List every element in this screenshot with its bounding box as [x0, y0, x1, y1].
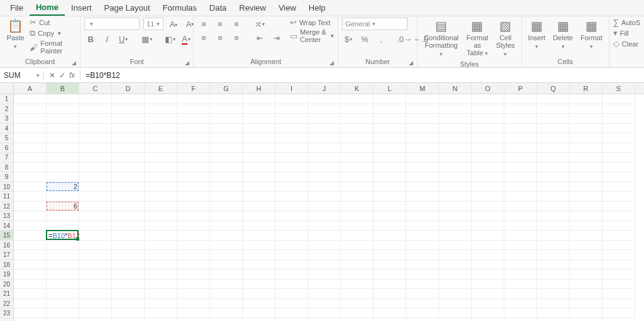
cell[interactable]	[570, 308, 602, 318]
cell[interactable]	[177, 143, 210, 153]
cell[interactable]	[14, 260, 47, 270]
delete-button[interactable]: ▦Delete	[550, 18, 575, 52]
cell[interactable]	[145, 308, 177, 318]
cell[interactable]	[537, 231, 570, 241]
cell[interactable]	[275, 143, 308, 153]
cell[interactable]	[537, 221, 570, 231]
cell[interactable]	[243, 153, 275, 163]
cell[interactable]	[341, 153, 374, 163]
cell[interactable]	[472, 104, 504, 114]
cell[interactable]	[504, 153, 537, 163]
cell[interactable]	[439, 299, 472, 309]
cell[interactable]	[275, 221, 308, 231]
cell[interactable]	[341, 280, 374, 290]
cell[interactable]	[439, 308, 472, 318]
cell[interactable]	[374, 269, 406, 280]
row-header[interactable]: 18	[0, 260, 13, 270]
cell[interactable]	[374, 299, 406, 309]
cell[interactable]	[79, 153, 112, 163]
cell[interactable]	[341, 269, 374, 280]
cell[interactable]	[243, 299, 275, 309]
cell[interactable]	[145, 172, 177, 182]
increase-decimal-button[interactable]: .0→	[398, 33, 411, 45]
cell[interactable]	[406, 299, 439, 309]
cell[interactable]	[243, 114, 275, 124]
cell[interactable]	[406, 163, 439, 173]
cell[interactable]	[47, 211, 79, 221]
cell[interactable]	[14, 124, 47, 134]
cell[interactable]	[472, 269, 504, 280]
cell[interactable]	[341, 308, 374, 318]
cell[interactable]	[504, 241, 537, 251]
col-header[interactable]: F	[177, 83, 210, 94]
cell[interactable]	[275, 94, 308, 104]
cell[interactable]	[406, 260, 439, 270]
cell[interactable]	[210, 221, 243, 231]
cell[interactable]	[79, 299, 112, 309]
cell[interactable]	[602, 163, 635, 173]
cell[interactable]	[275, 260, 308, 270]
dialog-launcher-icon[interactable]: ◢	[185, 60, 189, 66]
cell[interactable]	[47, 124, 79, 134]
cell[interactable]	[504, 289, 537, 299]
cell[interactable]	[112, 260, 145, 270]
cell[interactable]	[210, 211, 243, 221]
cell[interactable]	[47, 114, 79, 124]
cell[interactable]	[145, 269, 177, 280]
cell[interactable]	[308, 124, 341, 134]
row-header[interactable]: 8	[0, 163, 13, 173]
col-header[interactable]: O	[472, 83, 504, 94]
cell[interactable]	[112, 250, 145, 260]
cell[interactable]	[275, 133, 308, 143]
cell[interactable]	[406, 231, 439, 241]
cell[interactable]	[439, 211, 472, 221]
cell[interactable]	[243, 280, 275, 290]
cell[interactable]	[14, 192, 47, 202]
cell[interactable]	[439, 192, 472, 202]
cell[interactable]	[275, 299, 308, 309]
cell[interactable]	[79, 143, 112, 153]
cell[interactable]	[374, 211, 406, 221]
cell[interactable]	[308, 299, 341, 309]
cell[interactable]	[14, 114, 47, 124]
cell-styles-button[interactable]: ▧Cell Styles	[494, 18, 518, 59]
cell[interactable]	[570, 250, 602, 260]
cell[interactable]	[308, 289, 341, 299]
font-color-button[interactable]: A	[180, 33, 192, 45]
row-header[interactable]: 16	[0, 241, 13, 251]
cell[interactable]	[504, 124, 537, 134]
cell[interactable]	[602, 289, 635, 299]
col-header[interactable]: E	[145, 83, 177, 94]
cell[interactable]	[537, 299, 570, 309]
cell[interactable]	[341, 260, 374, 270]
cell[interactable]	[504, 104, 537, 114]
cell[interactable]	[537, 114, 570, 124]
cell[interactable]	[504, 192, 537, 202]
cell[interactable]	[537, 202, 570, 212]
cell[interactable]	[14, 299, 47, 309]
cell[interactable]	[439, 260, 472, 270]
cell[interactable]	[341, 94, 374, 104]
cell[interactable]	[570, 133, 602, 143]
cell[interactable]	[504, 280, 537, 290]
cell[interactable]	[504, 114, 537, 124]
cell[interactable]	[308, 114, 341, 124]
cell[interactable]	[308, 153, 341, 163]
cell[interactable]: 2	[47, 182, 79, 192]
enter-icon[interactable]: ✓	[59, 71, 65, 80]
col-header[interactable]: I	[275, 83, 308, 94]
cell[interactable]: 6	[47, 202, 79, 212]
cell[interactable]	[570, 299, 602, 309]
cell[interactable]	[374, 202, 406, 212]
cell[interactable]	[210, 299, 243, 309]
cell[interactable]	[308, 104, 341, 114]
cell[interactable]	[112, 124, 145, 134]
cell[interactable]	[570, 241, 602, 251]
cell[interactable]	[177, 124, 210, 134]
row-header[interactable]: 10	[0, 182, 13, 192]
cell[interactable]	[570, 163, 602, 173]
cell[interactable]	[602, 114, 635, 124]
cell[interactable]	[537, 211, 570, 221]
cell[interactable]	[112, 172, 145, 182]
cell[interactable]	[79, 202, 112, 212]
